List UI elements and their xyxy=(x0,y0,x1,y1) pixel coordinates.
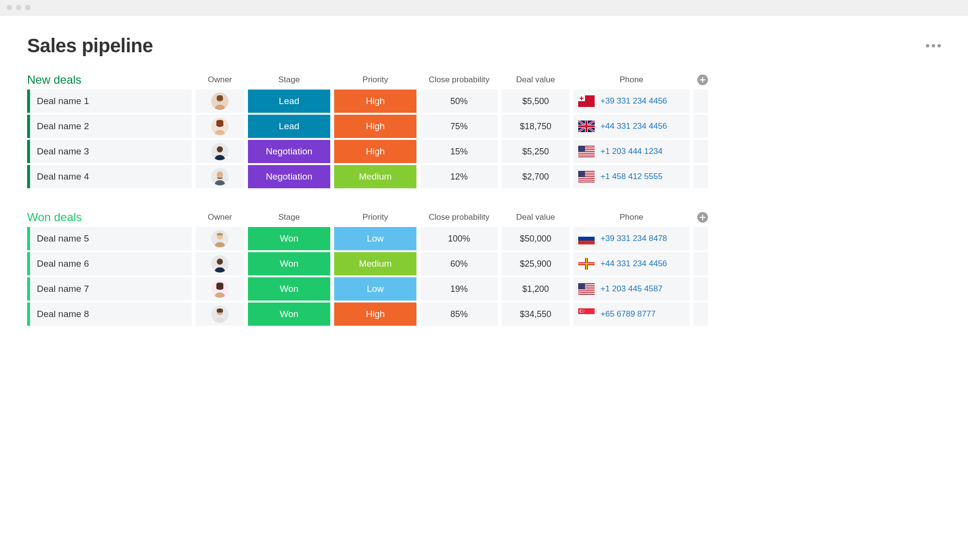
phone-link[interactable]: +1 458 412 5555 xyxy=(600,172,662,182)
priority-pill[interactable]: High xyxy=(334,90,416,113)
phone-link[interactable]: +44 331 234 4456 xyxy=(600,121,667,131)
deal-value-cell[interactable]: $2,700 xyxy=(502,165,569,188)
close-probability-cell[interactable]: 75% xyxy=(420,115,498,138)
deal-name-cell[interactable]: Deal name 6 xyxy=(27,252,192,275)
table-row[interactable]: Deal name 8 Won High 85% $34,550 +65 678… xyxy=(27,303,941,326)
phone-cell[interactable]: +39 331 234 4456 xyxy=(573,90,690,113)
table-row[interactable]: Deal name 1 Lead High 50% $5,500 +39 331… xyxy=(27,90,941,113)
owner-cell[interactable] xyxy=(196,303,244,326)
owner-avatar xyxy=(211,305,229,323)
column-header-priority: Priority xyxy=(334,212,416,222)
phone-cell[interactable]: +1 203 445 4587 xyxy=(573,277,690,301)
close-probability-cell[interactable]: 50% xyxy=(420,90,498,113)
page-more-menu[interactable] xyxy=(926,44,941,47)
deal-name-cell[interactable]: Deal name 4 xyxy=(27,165,192,188)
deal-value-cell[interactable]: $5,250 xyxy=(502,140,569,163)
row-end-cell xyxy=(693,252,708,275)
stage-pill[interactable]: Won xyxy=(248,252,330,275)
owner-cell[interactable] xyxy=(196,227,244,250)
deal-name-cell[interactable]: Deal name 8 xyxy=(27,303,192,326)
owner-cell[interactable] xyxy=(196,277,244,301)
table-row[interactable]: Deal name 3 Negotiation High 15% $5,250 … xyxy=(27,140,941,163)
deal-name-cell[interactable]: Deal name 1 xyxy=(27,90,192,113)
row-end-cell xyxy=(693,165,708,188)
phone-link[interactable]: +65 6789 8777 xyxy=(600,309,656,319)
deal-name-cell[interactable]: Deal name 2 xyxy=(27,115,192,138)
close-probability-cell[interactable]: 19% xyxy=(420,277,498,301)
close-probability-value: 85% xyxy=(450,309,468,319)
stage-label: Won xyxy=(280,233,299,244)
stage-pill[interactable]: Negotiation xyxy=(248,140,330,163)
phone-cell[interactable]: +44 331 234 4456 xyxy=(573,252,690,275)
phone-link[interactable]: +1 203 445 4587 xyxy=(600,284,662,294)
close-probability-cell[interactable]: 60% xyxy=(420,252,498,275)
stage-pill[interactable]: Negotiation xyxy=(248,165,330,188)
table-row[interactable]: Deal name 5 Won Low 100% $50,000 +39 331… xyxy=(27,227,941,250)
priority-pill[interactable]: Medium xyxy=(334,252,416,275)
deal-value-cell[interactable]: $5,500 xyxy=(502,90,569,113)
table-row[interactable]: Deal name 6 Won Medium 60% $25,900 +44 3… xyxy=(27,252,941,275)
priority-pill[interactable]: High xyxy=(334,303,416,326)
close-probability-value: 60% xyxy=(450,259,468,269)
owner-cell[interactable] xyxy=(196,165,244,188)
phone-link[interactable]: +44 331 234 4456 xyxy=(600,259,667,269)
priority-pill[interactable]: High xyxy=(334,140,416,163)
window-minimize-dot[interactable] xyxy=(16,5,21,10)
stage-label: Won xyxy=(280,258,299,269)
owner-avatar xyxy=(211,92,229,110)
add-column-button[interactable] xyxy=(697,75,708,85)
table-row[interactable]: Deal name 7 Won Low 19% $1,200 +1 203 44… xyxy=(27,277,941,301)
close-probability-cell[interactable]: 15% xyxy=(420,140,498,163)
window-close-dot[interactable] xyxy=(7,5,12,10)
stage-pill[interactable]: Lead xyxy=(248,115,330,138)
phone-cell[interactable]: +65 6789 8777 xyxy=(573,303,690,326)
table-row[interactable]: Deal name 4 Negotiation Medium 12% $2,70… xyxy=(27,165,941,188)
owner-avatar xyxy=(211,255,229,272)
priority-label: Medium xyxy=(359,258,392,269)
pipeline-section: Won deals Owner Stage Priority Close pro… xyxy=(27,211,941,326)
close-probability-cell[interactable]: 100% xyxy=(420,227,498,250)
column-header-owner: Owner xyxy=(196,75,244,85)
column-header-stage: Stage xyxy=(248,212,330,222)
phone-link[interactable]: +39 331 234 8478 xyxy=(600,234,667,243)
column-header-close-probability: Close probability xyxy=(420,212,498,222)
deal-value-cell[interactable]: $25,900 xyxy=(502,252,569,275)
phone-cell[interactable]: +39 331 234 8478 xyxy=(573,227,690,250)
window-titlebar xyxy=(0,0,968,15)
owner-cell[interactable] xyxy=(196,252,244,275)
deal-name-cell[interactable]: Deal name 5 xyxy=(27,227,192,250)
priority-label: Low xyxy=(367,284,384,294)
column-header-close-probability: Close probability xyxy=(420,75,498,85)
priority-pill[interactable]: Low xyxy=(334,277,416,301)
owner-cell[interactable] xyxy=(196,115,244,138)
section-title: Won deals xyxy=(27,211,192,224)
deal-name-cell[interactable]: Deal name 7 xyxy=(27,277,192,301)
priority-pill[interactable]: Low xyxy=(334,227,416,250)
country-flag-icon xyxy=(578,308,595,320)
deal-value-cell[interactable]: $18,750 xyxy=(502,115,569,138)
row-end-cell xyxy=(693,140,708,163)
phone-cell[interactable]: +1 203 444 1234 xyxy=(573,140,690,163)
close-probability-value: 15% xyxy=(450,147,468,157)
phone-link[interactable]: +39 331 234 4456 xyxy=(600,96,667,106)
close-probability-cell[interactable]: 85% xyxy=(420,303,498,326)
add-column-button[interactable] xyxy=(697,212,708,223)
deal-value-cell[interactable]: $1,200 xyxy=(502,277,569,301)
stage-pill[interactable]: Won xyxy=(248,227,330,250)
table-row[interactable]: Deal name 2 Lead High 75% $18,750 +44 33… xyxy=(27,115,941,138)
phone-cell[interactable]: +44 331 234 4456 xyxy=(573,115,690,138)
stage-pill[interactable]: Won xyxy=(248,277,330,301)
priority-pill[interactable]: High xyxy=(334,115,416,138)
window-zoom-dot[interactable] xyxy=(25,5,31,10)
phone-cell[interactable]: +1 458 412 5555 xyxy=(573,165,690,188)
priority-pill[interactable]: Medium xyxy=(334,165,416,188)
owner-cell[interactable] xyxy=(196,90,244,113)
close-probability-cell[interactable]: 12% xyxy=(420,165,498,188)
deal-name-cell[interactable]: Deal name 3 xyxy=(27,140,192,163)
phone-link[interactable]: +1 203 444 1234 xyxy=(600,147,662,156)
deal-value-cell[interactable]: $50,000 xyxy=(502,227,569,250)
stage-pill[interactable]: Won xyxy=(248,303,330,326)
deal-value-cell[interactable]: $34,550 xyxy=(502,303,569,326)
stage-pill[interactable]: Lead xyxy=(248,90,330,113)
owner-cell[interactable] xyxy=(196,140,244,163)
